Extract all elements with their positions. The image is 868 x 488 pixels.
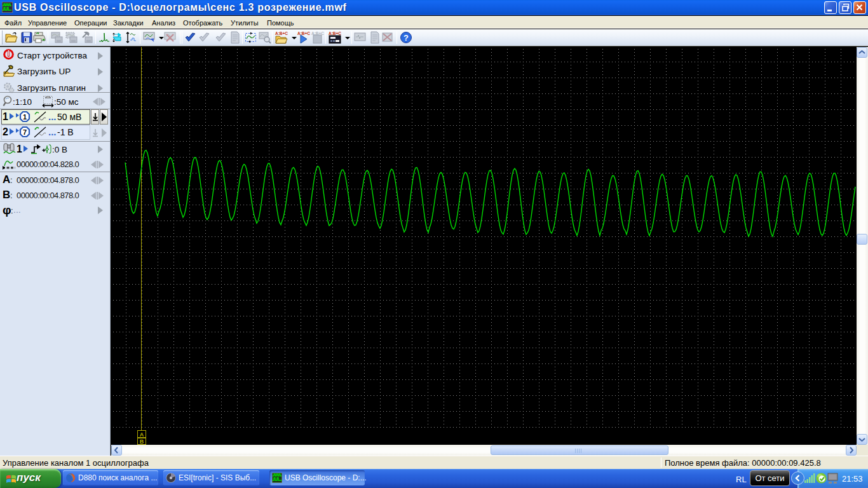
svg-text:1: 1: [23, 113, 27, 121]
svg-text:?: ?: [403, 33, 409, 43]
svg-text:A: A: [140, 431, 144, 438]
svg-text:B: B: [140, 438, 144, 445]
svg-text:7: 7: [23, 128, 27, 136]
